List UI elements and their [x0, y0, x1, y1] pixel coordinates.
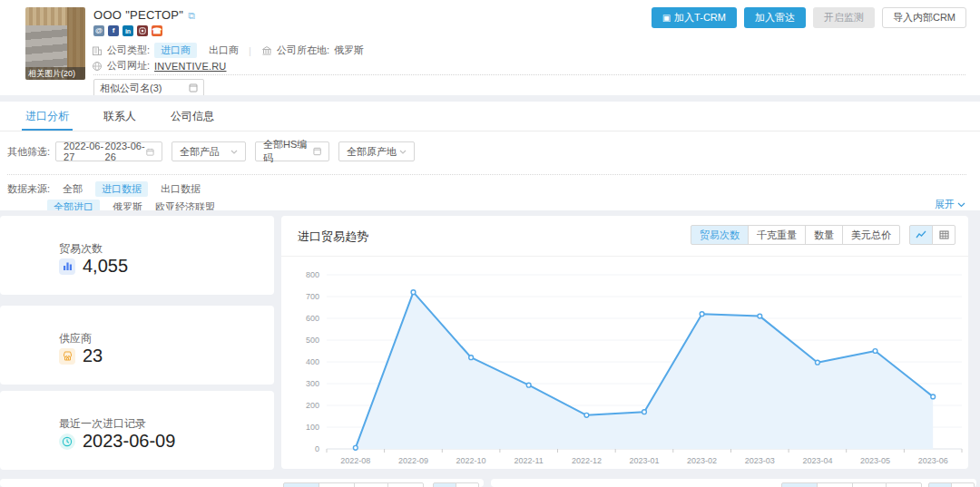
email-icon[interactable]: @ [93, 25, 104, 36]
tab-contacts[interactable]: 联系人 [103, 102, 136, 131]
phone-icon[interactable]: ☎ [152, 25, 162, 36]
metric-usd-total-button[interactable]: 美元总价 [842, 225, 900, 245]
product-select[interactable]: 全部产品 [172, 141, 246, 161]
filter-label: 其他筛选: [7, 145, 50, 159]
related-images-badge[interactable]: 相关图片(20) [25, 67, 85, 80]
partial-button[interactable] [817, 482, 853, 487]
type-importer-chip[interactable]: 进口商 [154, 43, 197, 58]
partial-icon-button[interactable] [951, 482, 975, 487]
source-import[interactable]: 进口数据 [95, 181, 148, 197]
add-tcrm-button[interactable]: ▣ 加入T-CRM [652, 7, 737, 28]
view-toggle-group [909, 225, 956, 245]
origin-select-value: 全部原产地 [347, 145, 397, 159]
svg-text:300: 300 [306, 379, 319, 388]
metric-quantity-button[interactable]: 数量 [805, 225, 843, 245]
svg-text:800: 800 [306, 270, 319, 279]
partial-card-left [0, 479, 484, 487]
metric-trade-count-button[interactable]: 贸易次数 [691, 225, 749, 245]
partial-button[interactable] [852, 482, 887, 487]
metric-kg-weight-button[interactable]: 千克重量 [748, 225, 806, 245]
stat-value: 2023-06-09 [83, 431, 175, 452]
svg-text:100: 100 [306, 423, 319, 432]
add-radar-button[interactable]: 加入雷达 [744, 7, 806, 28]
product-select-value: 全部产品 [180, 145, 220, 159]
type-exporter-option[interactable]: 出口商 [209, 44, 239, 57]
stat-label: 贸易次数 [59, 241, 103, 257]
photo-stairs [25, 25, 67, 67]
date-start: 2022-06-27 [64, 141, 105, 162]
partial-button[interactable] [387, 482, 424, 487]
trend-chart-card: 进口贸易趋势 贸易次数 千克重量 数量 美元总价 010020030040050… [281, 216, 968, 469]
social-links: @ f in ☎ [93, 25, 162, 36]
date-range-picker[interactable]: 2022-06-27 2023-06-26 [55, 141, 162, 161]
metric-button-group: 贸易次数 千克重量 数量 美元总价 [691, 225, 900, 245]
svg-text:600: 600 [306, 314, 319, 323]
expand-toggle[interactable]: 展开 [935, 198, 965, 211]
source-all[interactable]: 全部 [63, 182, 83, 196]
partial-button[interactable] [283, 482, 319, 487]
partial-icon-button[interactable] [456, 482, 479, 487]
location-label: 公司所在地: [277, 44, 329, 57]
svg-text:0: 0 [315, 444, 319, 453]
panel-icon [313, 147, 321, 156]
partial-icon-button[interactable] [928, 482, 952, 487]
bank-icon [261, 45, 272, 56]
section-gap [0, 95, 980, 102]
location-value: 俄罗斯 [334, 44, 364, 57]
facebook-icon[interactable]: f [108, 25, 119, 36]
partial-button[interactable] [781, 482, 818, 487]
stat-value: 4,055 [83, 256, 128, 277]
partial-icon-button[interactable] [433, 482, 456, 487]
svg-text:2022-08: 2022-08 [340, 456, 370, 465]
tab-bar: 进口分析 联系人 公司信息 [0, 102, 980, 131]
stat-card-trade-count: 贸易次数 4,055 [0, 216, 274, 295]
svg-text:700: 700 [306, 292, 319, 301]
partial-button[interactable] [354, 482, 388, 487]
website-label: 公司网址: [107, 59, 150, 73]
filter-row: 其他筛选: 2022-06-27 2023-06-26 全部产品 全部HS编码 … [7, 141, 424, 161]
svg-text:2023-04: 2023-04 [802, 456, 832, 465]
divider: | [249, 45, 251, 56]
panel-icon [189, 83, 198, 93]
source-export[interactable]: 出口数据 [161, 182, 201, 196]
svg-text:2023-05: 2023-05 [860, 456, 890, 465]
website-link[interactable]: INVENTIVE.RU [154, 61, 226, 72]
instagram-icon[interactable] [137, 25, 148, 36]
origin-select[interactable]: 全部原产地 [338, 141, 415, 161]
store-icon [59, 348, 75, 365]
partial-view-group [433, 482, 479, 487]
similar-companies-select[interactable]: 相似公司名(3) [93, 79, 204, 97]
line-chart-icon[interactable] [909, 225, 933, 245]
tab-import-analysis[interactable]: 进口分析 [25, 102, 69, 131]
bar-chart-icon [59, 258, 75, 275]
partial-button[interactable] [318, 482, 355, 487]
chart-toolbar: 贸易次数 千克重量 数量 美元总价 [691, 225, 956, 245]
stat-card-suppliers: 供应商 23 [0, 306, 274, 385]
copy-icon[interactable]: ⧉ [188, 10, 195, 21]
chart-title: 进口贸易趋势 [298, 229, 368, 245]
hs-code-select[interactable]: 全部HS编码 [255, 141, 329, 161]
table-view-icon[interactable] [932, 225, 956, 245]
content-area: 贸易次数 4,055 供应商 23 最近一次进口记录 2023-06-09 进口… [0, 210, 980, 487]
partial-metric-group [283, 482, 424, 487]
start-monitor-button[interactable]: 开启监测 [813, 7, 875, 28]
import-trend-line-chart[interactable]: 01002003004005006007008002022-082022-092… [281, 256, 968, 469]
svg-text:2023-06: 2023-06 [918, 456, 948, 465]
linkedin-icon[interactable]: in [122, 25, 133, 36]
stat-label: 供应商 [59, 331, 92, 346]
svg-text:2023-02: 2023-02 [687, 456, 717, 465]
date-end: 2023-06-26 [105, 141, 147, 162]
svg-text:200: 200 [306, 401, 319, 410]
tab-company-info[interactable]: 公司信息 [171, 102, 214, 131]
partial-button[interactable] [886, 482, 922, 487]
svg-text:2023-01: 2023-01 [629, 456, 659, 465]
globe-icon [92, 61, 103, 72]
stat-label: 最近一次进口记录 [59, 416, 146, 432]
svg-text:2022-10: 2022-10 [456, 456, 486, 465]
company-photo[interactable]: 相关图片(20) [25, 7, 85, 80]
partial-view-group [928, 482, 975, 487]
svg-text:2022-12: 2022-12 [572, 456, 602, 465]
building-icon [92, 45, 103, 56]
company-type-row: 公司类型: 进口商 出口商 | 公司所在地: 俄罗斯 [92, 43, 364, 58]
import-crm-button[interactable]: 导入内部CRM [882, 7, 966, 28]
